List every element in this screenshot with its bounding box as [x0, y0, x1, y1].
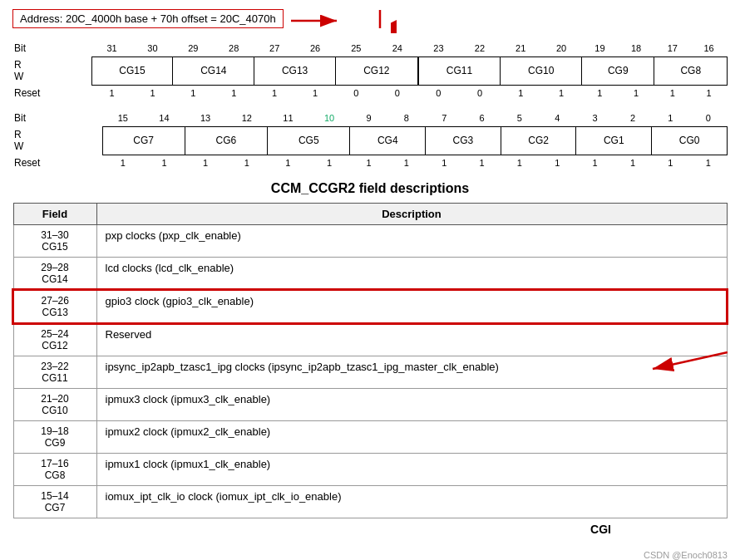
field-cg6: CG6 — [185, 126, 267, 155]
table-row: 25–24 CG12Reserved — [13, 323, 727, 356]
table-row: 31–30 CG15pxp clocks (pxp_clk_enable) — [13, 225, 727, 258]
bit-20: 20 — [541, 40, 582, 56]
reset-21: 1 — [501, 85, 541, 101]
reset-9: 1 — [350, 155, 387, 171]
reset-26: 1 — [295, 85, 336, 101]
field-table-container: Field Description 31–30 CG15pxp clocks (… — [12, 203, 728, 518]
description-cell-1: lcd clocks (lcd_clk_enable) — [96, 258, 727, 291]
bit-11: 11 — [268, 110, 309, 126]
reset-13: 1 — [185, 155, 226, 171]
reset-27: 1 — [254, 85, 295, 101]
table-row: 19–18 CG9ipmux2 clock (ipmux2_clk_enable… — [13, 421, 727, 454]
bit-21: 21 — [501, 40, 541, 56]
field-cell-3: 25–24 CG12 — [13, 323, 96, 356]
bit-24: 24 — [377, 40, 418, 56]
reset-18: 1 — [618, 85, 654, 101]
reset-16: 1 — [691, 85, 728, 101]
bit-15: 15 — [102, 110, 144, 126]
bit-2: 2 — [614, 110, 651, 126]
bit-1: 1 — [652, 110, 689, 126]
reset-1: 1 — [652, 155, 689, 171]
description-cell-4: ipsync_ip2apb_tzasc1_ipg clocks (ipsync_… — [96, 356, 727, 389]
bit-header-row-1: Bit 31 30 29 28 27 26 25 24 23 22 21 20 … — [12, 40, 728, 56]
field-cell-8: 15–14 CG7 — [13, 486, 96, 518]
reset-5: 1 — [501, 155, 538, 171]
bit-label: Bit — [12, 40, 91, 56]
field-description-table: Field Description 31–30 CG15pxp clocks (… — [12, 203, 728, 518]
bit-6: 6 — [463, 110, 501, 126]
description-cell-7: ipmux1 clock (ipmux1_clk_enable) — [96, 454, 727, 486]
field-cg1: CG1 — [576, 126, 652, 155]
description-cell-2: gpio3 clock (gpio3_clk_enable) — [96, 290, 727, 323]
reset-20: 1 — [541, 85, 582, 101]
table-row: 23–22 CG11ipsync_ip2apb_tzasc1_ipg clock… — [13, 356, 727, 389]
field-cg14: CG14 — [173, 56, 254, 85]
field-cg7: CG7 — [102, 126, 185, 155]
reset-12: 1 — [226, 155, 268, 171]
reset-15: 1 — [102, 155, 144, 171]
reset-8: 1 — [387, 155, 425, 171]
bit-22: 22 — [459, 40, 501, 56]
reset-22: 0 — [459, 85, 501, 101]
field-cg12: CG12 — [336, 56, 418, 85]
field-cg3: CG3 — [426, 126, 501, 155]
bit-5: 5 — [501, 110, 538, 126]
rw-label: RW — [12, 56, 91, 85]
field-cg10: CG10 — [501, 56, 582, 85]
bit-9: 9 — [350, 110, 387, 126]
field-cg13: CG13 — [254, 56, 336, 85]
bit-26: 26 — [295, 40, 336, 56]
bit-31: 31 — [91, 40, 132, 56]
field-cell-2: 27–26 CG13 — [13, 290, 96, 323]
bit-13: 13 — [185, 110, 226, 126]
table-row: 15–14 CG7iomux_ipt_clk_io clock (iomux_i… — [13, 486, 727, 518]
reset-10: 1 — [308, 155, 350, 171]
bit-17: 17 — [654, 40, 691, 56]
description-cell-3: Reserved — [96, 323, 727, 356]
reset-29: 1 — [173, 85, 214, 101]
bit-label-2: Bit — [12, 110, 102, 126]
bit-12: 12 — [226, 110, 268, 126]
description-cell-6: ipmux2 clock (ipmux2_clk_enable) — [96, 421, 727, 454]
cgi-label: CGI — [590, 523, 611, 536]
description-cell-8: iomux_ipt_clk_io clock (iomux_ipt_clk_io… — [96, 486, 727, 518]
reset-14: 1 — [144, 155, 185, 171]
rw-row-2: RW CG7 CG6 CG5 CG4 CG3 CG2 CG1 CG0 — [12, 126, 728, 155]
reset-23: 0 — [418, 85, 460, 101]
reset-11: 1 — [268, 155, 309, 171]
field-cg9: CG9 — [582, 56, 654, 85]
reset-0: 1 — [689, 155, 728, 171]
reset-label-2: Reset — [12, 155, 102, 171]
bit-table-2: Bit 15 14 13 12 11 10 9 8 7 6 5 4 3 2 1 … — [12, 110, 728, 171]
table-row: 21–20 CG10ipmux3 clock (ipmux3_clk_enabl… — [13, 389, 727, 421]
arrow-down-icon — [355, 8, 405, 33]
bit-header-row-2: Bit 15 14 13 12 11 10 9 8 7 6 5 4 3 2 1 … — [12, 110, 728, 126]
field-cg15: CG15 — [91, 56, 173, 85]
bit-25: 25 — [336, 40, 377, 56]
address-row: Address: 20C_4000h base + 70h offset = 2… — [12, 8, 728, 33]
address-bar: Address: 20C_4000h base + 70h offset = 2… — [12, 9, 284, 28]
table-header-row: Field Description — [13, 204, 727, 225]
field-cg5: CG5 — [268, 126, 350, 155]
table-row: 17–16 CG8ipmux1 clock (ipmux1_clk_enable… — [13, 454, 727, 486]
description-cell-0: pxp clocks (pxp_clk_enable) — [96, 225, 727, 258]
field-cell-5: 21–20 CG10 — [13, 389, 96, 421]
bit-19: 19 — [582, 40, 619, 56]
reset-7: 1 — [426, 155, 463, 171]
reset-31: 1 — [91, 85, 132, 101]
rw-label-2: RW — [12, 126, 102, 155]
field-cg0: CG0 — [652, 126, 728, 155]
arrow-right-icon — [287, 8, 353, 33]
cgi-container: CGI — [12, 518, 728, 543]
reset-24: 0 — [377, 85, 418, 101]
bit-10: 10 — [308, 110, 350, 126]
field-cell-6: 19–18 CG9 — [13, 421, 96, 454]
description-cell-5: ipmux3 clock (ipmux3_clk_enable) — [96, 389, 727, 421]
bit-23: 23 — [418, 40, 460, 56]
bit-18: 18 — [618, 40, 654, 56]
bit-28: 28 — [214, 40, 254, 56]
register-row-1: Bit 31 30 29 28 27 26 25 24 23 22 21 20 … — [12, 40, 728, 101]
reset-30: 1 — [132, 85, 173, 101]
reset-2: 1 — [614, 155, 651, 171]
bit-27: 27 — [254, 40, 295, 56]
